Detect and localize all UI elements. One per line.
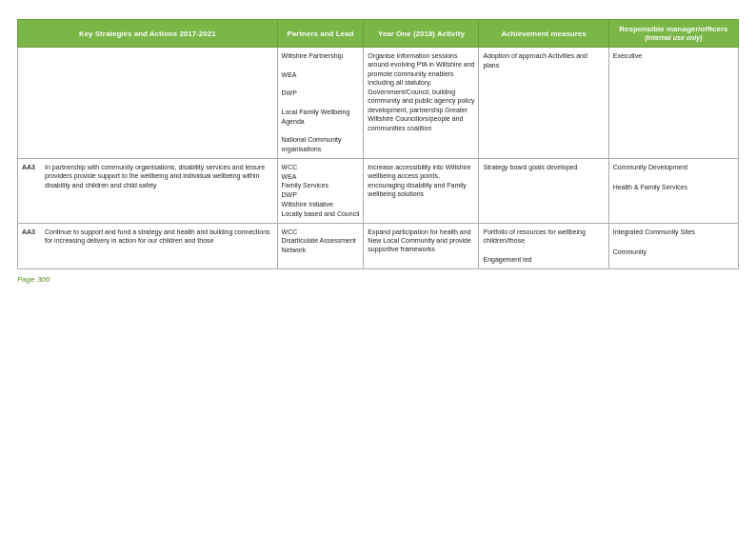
col-header-measures: Achievement measures: [479, 20, 608, 48]
row1-action: [18, 48, 278, 159]
row2-partners: WCC WEA Family Services DWP Wiltshire In…: [277, 158, 364, 223]
row3-activity: Expand participation for health and New …: [364, 223, 479, 268]
table-row: AA3 Continue to support and fund a strat…: [18, 223, 739, 268]
row2-responsible: Community Development Health & Family Se…: [608, 158, 738, 223]
row3-measures: Portfolio of resources for wellbeing chi…: [479, 223, 608, 268]
row2-activity: Increase accessibility into Wiltshire we…: [364, 158, 479, 223]
col-header-partners: Partners and Lead: [277, 20, 364, 48]
row1-measures: Adoption of approach Activities and plan…: [479, 48, 608, 159]
row3-partners: WCC Disarticulate Assessment Network: [277, 223, 364, 268]
row3-num: AA3: [22, 228, 43, 246]
row1-activity: Organise information sessions around evo…: [364, 48, 479, 159]
row2-action-text: In partnership with community organisati…: [45, 163, 273, 189]
main-table: Key Strategies and Actions 2017-2021 Par…: [17, 19, 739, 269]
row2-measures: Strategy board goals developed: [479, 158, 608, 223]
row2-num: AA3: [22, 163, 43, 189]
page-container: Key Strategies and Actions 2017-2021 Par…: [17, 19, 739, 284]
row3-responsible: Integrated Community Sites Community: [608, 223, 738, 268]
row1-partners: Wiltshire Partnership WEA DWP Local Fami…: [277, 48, 364, 159]
col-header-responsible: Responsible manager/officers (Internal u…: [608, 20, 738, 48]
col-header-activity: Year One (2018) Activity: [364, 20, 479, 48]
col-header-actions: Key Strategies and Actions 2017-2021: [18, 20, 278, 48]
page-number: Page 306: [17, 275, 739, 284]
table-row: AA3 In partnership with community organi…: [18, 158, 739, 223]
row3-action-text: Continue to support and fund a strategy …: [45, 228, 273, 246]
row1-responsible: Executive: [608, 48, 738, 159]
table-row: Wiltshire Partnership WEA DWP Local Fami…: [18, 48, 739, 159]
row2-action: AA3 In partnership with community organi…: [18, 158, 278, 223]
row3-action: AA3 Continue to support and fund a strat…: [18, 223, 278, 268]
